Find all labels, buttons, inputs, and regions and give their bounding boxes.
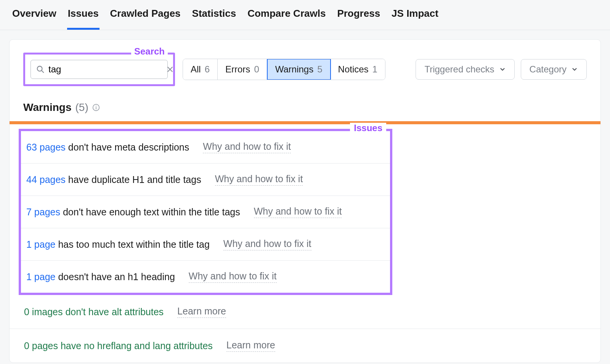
search-field[interactable] bbox=[30, 60, 168, 79]
why-fix-link[interactable]: Why and how to fix it bbox=[254, 206, 342, 218]
tab-progress[interactable]: Progress bbox=[336, 8, 381, 30]
issue-row: 44 pages have duplicate H1 and title tag… bbox=[21, 164, 390, 196]
issue-text: doesn't have an h1 heading bbox=[55, 271, 175, 282]
issue-row: 63 pages don't have meta descriptions Wh… bbox=[21, 131, 390, 164]
filter-notices-label: Notices bbox=[338, 64, 369, 75]
search-annotation-box: Search bbox=[23, 53, 175, 86]
svg-line-1 bbox=[42, 71, 44, 73]
warnings-title: Warnings bbox=[23, 101, 72, 114]
why-fix-link[interactable]: Why and how to fix it bbox=[223, 238, 311, 250]
passed-row: 0 images don't have alt attributes Learn… bbox=[10, 295, 600, 329]
filter-errors-label: Errors bbox=[225, 64, 250, 75]
issue-pages-link[interactable]: 63 pages bbox=[26, 142, 66, 152]
clear-icon[interactable] bbox=[166, 66, 174, 73]
search-icon bbox=[36, 65, 45, 74]
filter-warnings-count: 5 bbox=[317, 64, 322, 75]
issue-row: 1 page has too much text within the titl… bbox=[21, 228, 390, 261]
issues-card: Search All 6 Er bbox=[9, 39, 601, 363]
filter-notices[interactable]: Notices 1 bbox=[331, 59, 385, 80]
passed-row: 0 pages have no hreflang and lang attrib… bbox=[10, 329, 600, 362]
svg-point-6 bbox=[96, 106, 96, 106]
issue-text: has too much text within the title tag bbox=[55, 239, 209, 250]
warnings-heading: Warnings (5) bbox=[10, 90, 600, 121]
issue-row: 7 pages don't have enough text within th… bbox=[21, 196, 390, 228]
learn-more-link[interactable]: Learn more bbox=[177, 306, 226, 318]
filter-warnings[interactable]: Warnings 5 bbox=[267, 59, 331, 80]
passed-text: 0 pages have no hreflang and lang attrib… bbox=[24, 340, 213, 351]
toolbar: Search All 6 Er bbox=[10, 40, 600, 90]
issues-annotation-box: Issues 63 pages don't have meta descript… bbox=[19, 129, 392, 295]
filter-all-count: 6 bbox=[205, 64, 210, 75]
why-fix-link[interactable]: Why and how to fix it bbox=[215, 173, 303, 186]
filter-all[interactable]: All 6 bbox=[183, 59, 218, 80]
issue-pages-link[interactable]: 44 pages bbox=[26, 174, 66, 185]
tab-compare-crawls[interactable]: Compare Crawls bbox=[247, 8, 326, 30]
issue-text: have duplicate H1 and title tags bbox=[66, 174, 201, 185]
issue-row: 1 page doesn't have an h1 heading Why an… bbox=[21, 261, 390, 293]
issue-pages-link[interactable]: 1 page bbox=[26, 271, 55, 282]
issue-pages-link[interactable]: 1 page bbox=[26, 239, 55, 250]
search-annotation-label: Search bbox=[131, 46, 168, 57]
filter-errors-count: 0 bbox=[254, 64, 259, 75]
tab-overview[interactable]: Overview bbox=[11, 8, 57, 30]
why-fix-link[interactable]: Why and how to fix it bbox=[189, 271, 277, 283]
tab-issues[interactable]: Issues bbox=[67, 8, 100, 30]
filter-pills: All 6 Errors 0 Warnings 5 Notices 1 bbox=[183, 59, 385, 80]
warnings-severity-bar bbox=[10, 121, 600, 124]
triggered-checks-label: Triggered checks bbox=[424, 64, 494, 75]
why-fix-link[interactable]: Why and how to fix it bbox=[203, 141, 291, 153]
triggered-checks-dropdown[interactable]: Triggered checks bbox=[416, 59, 514, 80]
category-dropdown[interactable]: Category bbox=[521, 59, 587, 80]
filter-all-label: All bbox=[191, 64, 201, 75]
filter-errors[interactable]: Errors 0 bbox=[218, 59, 267, 80]
top-tabs: Overview Issues Crawled Pages Statistics… bbox=[0, 0, 610, 30]
issues-annotation-label: Issues bbox=[350, 123, 386, 133]
search-input[interactable] bbox=[48, 64, 162, 75]
passed-text: 0 images don't have alt attributes bbox=[24, 306, 164, 317]
issue-text: don't have enough text within the title … bbox=[60, 207, 240, 217]
filter-notices-count: 1 bbox=[372, 64, 377, 75]
category-label: Category bbox=[530, 64, 567, 75]
chevron-down-icon bbox=[499, 66, 506, 73]
tab-crawled-pages[interactable]: Crawled Pages bbox=[109, 8, 181, 30]
tab-js-impact[interactable]: JS Impact bbox=[391, 8, 439, 30]
chevron-down-icon bbox=[571, 66, 578, 73]
issue-pages-link[interactable]: 7 pages bbox=[26, 207, 60, 217]
warnings-count: (5) bbox=[75, 101, 88, 114]
learn-more-link[interactable]: Learn more bbox=[226, 340, 275, 352]
filter-warnings-label: Warnings bbox=[275, 64, 313, 75]
info-icon[interactable] bbox=[92, 104, 100, 111]
issue-text: don't have meta descriptions bbox=[66, 142, 189, 152]
tab-statistics[interactable]: Statistics bbox=[191, 8, 237, 30]
